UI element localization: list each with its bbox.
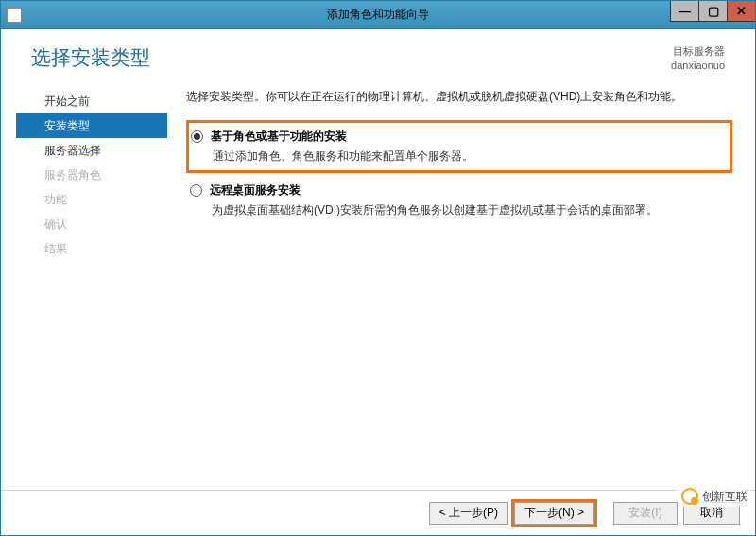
radio-label-role-based: 基于角色或基于功能的安装 xyxy=(211,129,347,145)
titlebar[interactable]: 添加角色和功能向导 — ▢ ✕ xyxy=(1,1,755,29)
body-region: 开始之前 安装类型 服务器选择 服务器角色 功能 确认 结果 选择安装类型。你可… xyxy=(1,83,755,490)
sidebar: 开始之前 安装类型 服务器选择 服务器角色 功能 确认 结果 xyxy=(16,83,167,490)
watermark-icon xyxy=(681,488,698,505)
main-pane: 选择安装类型。你可以在正在运行的物理计算机、虚拟机或脱机虚拟硬盘(VHD)上安装… xyxy=(167,83,740,490)
sidebar-item-install-type[interactable]: 安装类型 xyxy=(16,113,167,138)
next-button[interactable]: 下一步(N) > xyxy=(514,502,594,525)
radio-icon[interactable] xyxy=(190,184,202,197)
watermark: 创新互联 xyxy=(678,486,751,507)
radio-option-role-based[interactable]: 基于角色或基于功能的安装 通过添加角色、角色服务和功能来配置单个服务器。 xyxy=(191,129,722,164)
sidebar-item-server-roles: 服务器角色 xyxy=(16,163,167,187)
radio-desc-role-based: 通过添加角色、角色服务和功能来配置单个服务器。 xyxy=(213,148,722,164)
maximize-button[interactable]: ▢ xyxy=(698,1,727,22)
wizard-window: 添加角色和功能向导 — ▢ ✕ 选择安装类型 目标服务器 danxiaonuo … xyxy=(0,0,756,536)
radio-icon[interactable] xyxy=(191,130,203,143)
highlight-role-based: 基于角色或基于功能的安装 通过添加角色、角色服务和功能来配置单个服务器。 xyxy=(186,120,732,173)
window-controls: — ▢ ✕ xyxy=(670,1,755,22)
sidebar-item-confirm: 确认 xyxy=(16,212,167,236)
sidebar-item-server-select[interactable]: 服务器选择 xyxy=(16,138,167,163)
sidebar-item-before[interactable]: 开始之前 xyxy=(16,89,167,113)
minimize-button[interactable]: — xyxy=(670,1,698,22)
header-region: 选择安装类型 目标服务器 danxiaonuo xyxy=(1,29,755,83)
radio-option-rds[interactable]: 远程桌面服务安装 为虚拟桌面基础结构(VDI)安装所需的角色服务以创建基于虚拟机… xyxy=(190,182,732,218)
sidebar-item-results: 结果 xyxy=(16,236,167,261)
window-title: 添加角色和功能向导 xyxy=(327,7,429,23)
sidebar-item-features: 功能 xyxy=(16,187,167,212)
content-area: 选择安装类型 目标服务器 danxiaonuo 开始之前 安装类型 服务器选择 … xyxy=(1,29,755,535)
target-server-label: 目标服务器 xyxy=(671,44,725,59)
close-button[interactable]: ✕ xyxy=(727,1,755,22)
install-type-radio-group: 基于角色或基于功能的安装 通过添加角色、角色服务和功能来配置单个服务器。 远程桌… xyxy=(186,120,732,218)
install-button: 安装(I) xyxy=(613,502,678,525)
target-server-name: danxiaonuo xyxy=(671,59,725,73)
prev-button[interactable]: < 上一步(P) xyxy=(429,502,508,525)
target-server-info: 目标服务器 danxiaonuo xyxy=(671,44,725,74)
page-title: 选择安装类型 xyxy=(31,44,150,71)
watermark-text: 创新互联 xyxy=(702,489,747,505)
radio-label-rds: 远程桌面服务安装 xyxy=(210,182,301,199)
radio-desc-rds: 为虚拟桌面基础结构(VDI)安装所需的角色服务以创建基于虚拟机或基于会话的桌面部… xyxy=(212,202,732,218)
intro-text: 选择安装类型。你可以在正在运行的物理计算机、虚拟机或脱机虚拟硬盘(VHD)上安装… xyxy=(186,89,732,105)
footer-region: < 上一步(P) 下一步(N) > 安装(I) 取消 xyxy=(1,490,755,535)
app-icon xyxy=(7,8,22,23)
